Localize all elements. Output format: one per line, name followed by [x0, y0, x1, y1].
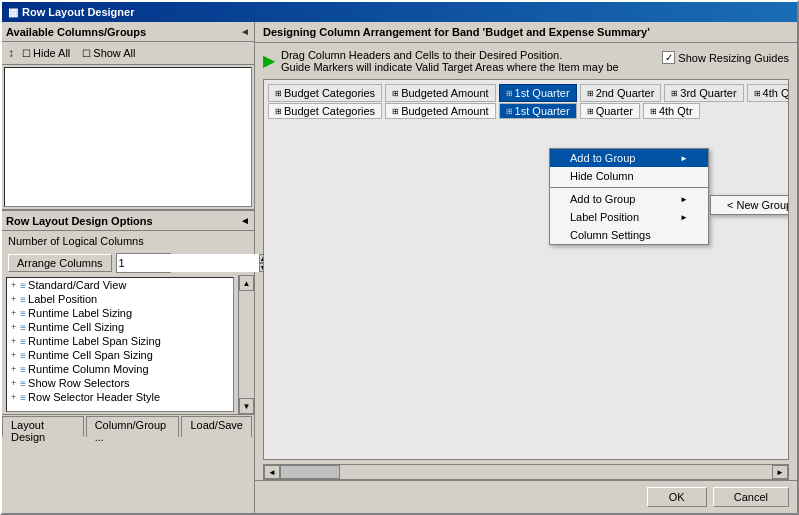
option-label: Show Row Selectors: [28, 377, 130, 389]
col-data-1st-quarter[interactable]: ⊞ 1st Quarter: [499, 103, 577, 119]
columns-spinner[interactable]: ▲ ▼: [116, 253, 171, 273]
col-header-label: Budget Categories: [284, 87, 375, 99]
available-columns-header: Available Columns/Groups ◄: [2, 22, 254, 42]
col-header-label: 4th Quarter: [763, 87, 789, 99]
options-scrollbar[interactable]: ▲ ▼: [238, 275, 254, 414]
option-runtime-label-span[interactable]: + ≡ Runtime Label Span Sizing: [7, 334, 233, 348]
drag-info-row: ▶ Drag Column Headers and Cells to their…: [255, 43, 797, 79]
right-panel: Designing Column Arrangement for Band 'B…: [255, 22, 797, 513]
hide-all-button[interactable]: ☐ Hide All: [18, 45, 74, 61]
row-layout-designer-window: ▦ Row Layout Designer Available Columns/…: [0, 0, 799, 515]
col-header-label: 2nd Quarter: [596, 87, 655, 99]
expand-icon: +: [11, 378, 16, 388]
show-icon: ☐: [82, 48, 91, 59]
col-resize-icon: ⊞: [671, 89, 678, 98]
menu-item-column-settings[interactable]: Column Settings: [550, 226, 708, 244]
option-label-position[interactable]: + ≡ Label Position: [7, 292, 233, 306]
lines-icon: ≡: [20, 280, 26, 291]
menu-item-add-to-group[interactable]: Add to Group ►: [550, 149, 708, 167]
menu-item-label: Add to Group: [570, 152, 635, 164]
sort-icon: ↕: [8, 46, 14, 60]
scroll-right-btn[interactable]: ►: [772, 465, 788, 479]
menu-divider: [550, 187, 708, 188]
spinner-input[interactable]: [117, 254, 259, 272]
col-header-3rd-quarter[interactable]: ⊞ 3rd Quarter: [664, 84, 743, 102]
lines-icon: ≡: [20, 308, 26, 319]
option-label: Runtime Label Span Sizing: [28, 335, 161, 347]
check-mark: ✓: [665, 52, 673, 63]
col-data-budgeted-amount[interactable]: ⊞ Budgeted Amount: [385, 103, 495, 119]
col-header-budget-categories[interactable]: ⊞ Budget Categories: [268, 84, 382, 102]
design-options-pin[interactable]: ◄: [240, 215, 250, 226]
scroll-down-btn[interactable]: ▼: [239, 398, 254, 414]
columns-toolbar: ↕ ☐ Hide All ☐ Show All: [2, 42, 254, 65]
col-resize-icon: ⊞: [275, 89, 282, 98]
col-resize-icon: ⊞: [506, 89, 513, 98]
option-label: Row Selector Header Style: [28, 391, 160, 403]
columns-list-area: [4, 67, 252, 207]
lines-icon: ≡: [20, 350, 26, 361]
col-resize-icon: ⊞: [392, 89, 399, 98]
tab-column-group[interactable]: Column/Group ...: [86, 416, 180, 437]
drag-text-line1: Drag Column Headers and Cells to their D…: [281, 49, 656, 61]
col-data-label: Budget Categories: [284, 105, 375, 117]
option-runtime-label-sizing[interactable]: + ≡ Runtime Label Sizing: [7, 306, 233, 320]
scroll-thumb[interactable]: [280, 465, 340, 479]
col-data-4th-qtr[interactable]: ⊞ 4th Qtr: [643, 103, 700, 119]
cancel-button[interactable]: Cancel: [713, 487, 789, 507]
arrange-columns-button[interactable]: Arrange Columns: [8, 254, 112, 272]
lines-icon: ≡: [20, 378, 26, 389]
col-resize-icon: ⊞: [275, 107, 282, 116]
col-data-budget-categories[interactable]: ⊞ Budget Categories: [268, 103, 382, 119]
col-header-2nd-quarter[interactable]: ⊞ 2nd Quarter: [580, 84, 662, 102]
scroll-left-btn[interactable]: ◄: [264, 465, 280, 479]
horizontal-scrollbar[interactable]: ◄ ►: [263, 464, 789, 480]
submenu-item-label: < New Group... >: [727, 199, 789, 211]
right-header: Designing Column Arrangement for Band 'B…: [255, 22, 797, 43]
expand-icon: +: [11, 392, 16, 402]
col-resize-icon: ⊞: [392, 107, 399, 116]
option-runtime-column-moving[interactable]: + ≡ Runtime Column Moving: [7, 362, 233, 376]
header-row: ⊞ Budget Categories ⊞ Budgeted Amount ⊞ …: [264, 80, 788, 102]
show-guides-checkbox[interactable]: ✓: [662, 51, 675, 64]
col-resize-icon: ⊞: [587, 89, 594, 98]
show-all-button[interactable]: ☐ Show All: [78, 45, 139, 61]
tab-load-save[interactable]: Load/Save: [181, 416, 252, 437]
drag-text-line2: Guide Markers will indicate Valid Target…: [281, 61, 656, 73]
right-title: Designing Column Arrangement for Band 'B…: [263, 26, 650, 38]
col-header-1st-quarter[interactable]: ⊞ 1st Quarter: [499, 84, 577, 102]
expand-icon: +: [11, 364, 16, 374]
col-data-quarter[interactable]: ⊞ Quarter: [580, 103, 640, 119]
menu-item-label-position[interactable]: Label Position ►: [550, 208, 708, 226]
submenu-new-group: < New Group... >: [710, 195, 789, 215]
scroll-up-btn[interactable]: ▲: [239, 275, 254, 291]
dialog-footer: OK Cancel: [255, 480, 797, 513]
col-header-budgeted-amount[interactable]: ⊞ Budgeted Amount: [385, 84, 495, 102]
option-standard-card-view[interactable]: + ≡ Standard/Card View: [7, 278, 233, 292]
pin-icon[interactable]: ◄: [240, 26, 250, 37]
option-label: Runtime Column Moving: [28, 363, 148, 375]
design-options-title: Row Layout Design Options: [6, 215, 153, 227]
menu-item-label: Hide Column: [570, 170, 634, 182]
option-runtime-cell-sizing[interactable]: + ≡ Runtime Cell Sizing: [7, 320, 233, 334]
options-scroll-wrap: + ≡ Standard/Card View + ≡ Label Positio…: [2, 275, 254, 414]
submenu-item-new-group[interactable]: < New Group... >: [711, 196, 789, 214]
left-panel: Available Columns/Groups ◄ ↕ ☐ Hide All …: [2, 22, 255, 513]
arrange-columns-row: Arrange Columns ▲ ▼: [2, 251, 254, 275]
col-header-label: 3rd Quarter: [680, 87, 736, 99]
option-label: Standard/Card View: [28, 279, 126, 291]
expand-icon: +: [11, 336, 16, 346]
option-runtime-cell-span[interactable]: + ≡ Runtime Cell Span Sizing: [7, 348, 233, 362]
option-row-selector-header[interactable]: + ≡ Row Selector Header Style: [7, 390, 233, 404]
tab-layout-design[interactable]: Layout Design: [2, 416, 84, 437]
col-header-4th-quarter[interactable]: ⊞ 4th Quarter: [747, 84, 789, 102]
lines-icon: ≡: [20, 336, 26, 347]
menu-item-hide-column[interactable]: Hide Column: [550, 167, 708, 185]
ok-button[interactable]: OK: [647, 487, 707, 507]
option-show-row-selectors[interactable]: + ≡ Show Row Selectors: [7, 376, 233, 390]
col-resize-icon: ⊞: [506, 107, 513, 116]
menu-item-add-to-group-2[interactable]: Add to Group ►: [550, 190, 708, 208]
logical-columns-row: Number of Logical Columns: [2, 231, 254, 251]
scroll-track[interactable]: [280, 465, 772, 479]
column-design-area: ⊞ Budget Categories ⊞ Budgeted Amount ⊞ …: [263, 79, 789, 460]
